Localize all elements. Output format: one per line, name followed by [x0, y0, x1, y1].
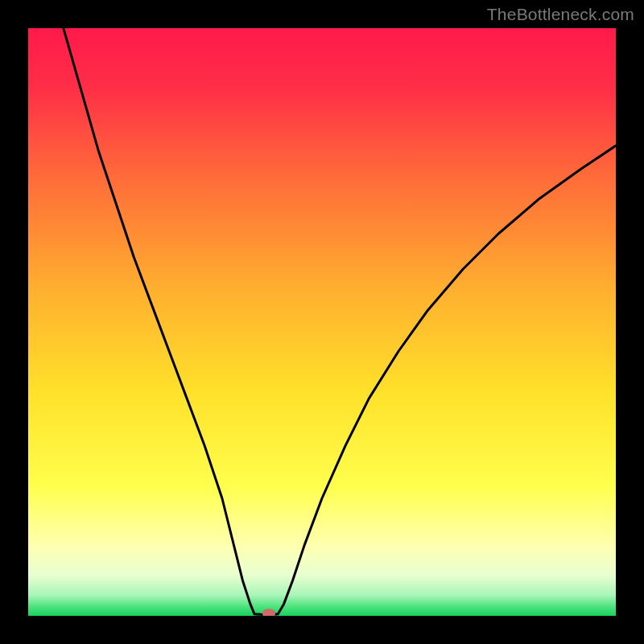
- watermark-text: TheBottleneck.com: [487, 5, 634, 24]
- plot-area: [28, 28, 616, 616]
- bottleneck-curve: [28, 28, 616, 616]
- chart-frame: TheBottleneck.com: [0, 0, 644, 644]
- optimal-point-marker: [262, 609, 275, 616]
